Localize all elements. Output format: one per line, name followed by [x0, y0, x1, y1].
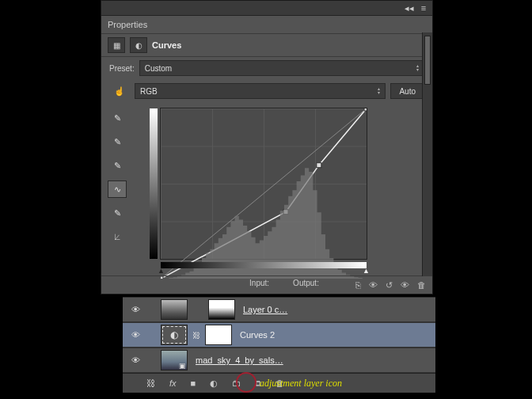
layer-row[interactable]: 👁 Layer 0 c…	[123, 297, 435, 322]
panel-collapse-row: ◂◂ ≡	[101, 1, 432, 16]
smooth-icon[interactable]: ⟀	[108, 228, 127, 245]
white-point-slider[interactable]: ▲	[363, 267, 370, 275]
channel-value: RGB	[140, 87, 158, 96]
curves-adj-icon: ◐	[170, 329, 178, 340]
channel-row: ☝ RGB ▴▾ Auto	[101, 79, 432, 104]
adjustment-label: Curves	[152, 40, 181, 50]
panel-menu-icon[interactable]: ≡	[418, 4, 429, 12]
layer-fx-icon[interactable]: fx	[169, 378, 177, 388]
targeted-adjustment-icon[interactable]: ☝	[109, 82, 130, 100]
new-adjustment-layer-icon[interactable]: ◐	[210, 378, 218, 389]
eyedropper-white-icon[interactable]: ✎	[108, 157, 127, 174]
curve-edit-icon[interactable]: ∿	[108, 180, 127, 198]
adjustment-type-icon[interactable]: ▦	[108, 37, 125, 53]
dropdown-icon: ▴▾	[378, 87, 380, 95]
link-layers-icon[interactable]: ⛓	[146, 378, 155, 388]
layer-thumbnail[interactable]	[161, 299, 188, 320]
black-point-slider[interactable]: ▲	[158, 267, 165, 275]
delete-adjustment-icon[interactable]: 🗑	[417, 280, 426, 290]
layer-mask-thumbnail[interactable]	[208, 299, 235, 320]
layer-name[interactable]: Layer 0 c…	[240, 305, 287, 314]
channel-select[interactable]: RGB ▴▾	[135, 83, 386, 99]
properties-panel: ◂◂ ≡ Properties ▦ ◐ Curves Preset: Custo…	[101, 0, 433, 294]
eyedropper-gray-icon[interactable]: ✎	[108, 133, 127, 150]
smart-object-icon: ▣	[179, 362, 186, 370]
clip-to-layer-icon[interactable]: ⎘	[355, 280, 361, 290]
layer-name[interactable]: Curves 2	[237, 330, 275, 340]
mask-mode-icon[interactable]: ◐	[130, 37, 147, 53]
collapse-icon[interactable]: ◂◂	[404, 4, 415, 12]
layer-name[interactable]: mad_sky_4_by_sals…	[192, 355, 283, 365]
link-icon[interactable]: ⛓	[192, 331, 200, 340]
auto-button[interactable]: Auto	[390, 83, 424, 99]
histogram	[161, 108, 367, 279]
eyedropper-black-icon[interactable]: ✎	[108, 109, 127, 127]
layer-row[interactable]: 👁 ▣ mad_sky_4_by_sals…	[123, 348, 435, 373]
curves-body: ✎ ✎ ✎ ∿ ✎ ⟀	[101, 104, 432, 291]
visibility-toggle-icon[interactable]: 👁	[127, 353, 143, 367]
visibility-toggle-icon[interactable]: 👁	[127, 328, 143, 342]
pencil-edit-icon[interactable]: ✎	[108, 204, 127, 222]
dropdown-icon: ▴▾	[416, 64, 419, 72]
preset-select[interactable]: Custom ▴▾	[139, 60, 424, 76]
panel-scrollbar[interactable]	[422, 32, 432, 276]
toggle-visibility-icon[interactable]: 👁	[369, 280, 378, 290]
annotation-circle	[236, 372, 256, 393]
curve-graph[interactable]: ▲ ▲	[160, 108, 367, 260]
output-gradient	[150, 108, 158, 259]
scrollbar-thumb[interactable]	[424, 36, 431, 85]
add-mask-icon[interactable]: ■	[191, 378, 196, 388]
view-previous-icon[interactable]: 👁	[401, 280, 409, 290]
properties-tab[interactable]: Properties	[101, 17, 154, 32]
layer-thumbnail[interactable]: ▣	[161, 350, 188, 370]
preset-label: Preset:	[109, 64, 135, 73]
curve-area: ▲ ▲ Input: Output:	[133, 104, 432, 291]
adjustment-header: ▦ ◐ Curves	[101, 34, 432, 57]
curves-tool-strip: ✎ ✎ ✎ ∿ ✎ ⟀	[101, 104, 133, 291]
reset-icon[interactable]: ↺	[386, 280, 393, 291]
preset-value: Custom	[145, 64, 172, 73]
adjustment-layer-thumbnail[interactable]: ◐	[161, 325, 188, 345]
properties-footer: ⎘ 👁 ↺ 👁 🗑	[101, 276, 432, 294]
panel-title-row: Properties	[101, 16, 432, 34]
layer-mask-thumbnail[interactable]	[205, 325, 232, 345]
input-gradient	[161, 262, 367, 268]
layer-row[interactable]: 👁 ◐ ⛓ Curves 2	[123, 322, 435, 348]
annotation-text: adjustment layer icon	[260, 378, 342, 390]
preset-row: Preset: Custom ▴▾	[101, 57, 432, 79]
visibility-toggle-icon[interactable]: 👁	[127, 302, 143, 317]
